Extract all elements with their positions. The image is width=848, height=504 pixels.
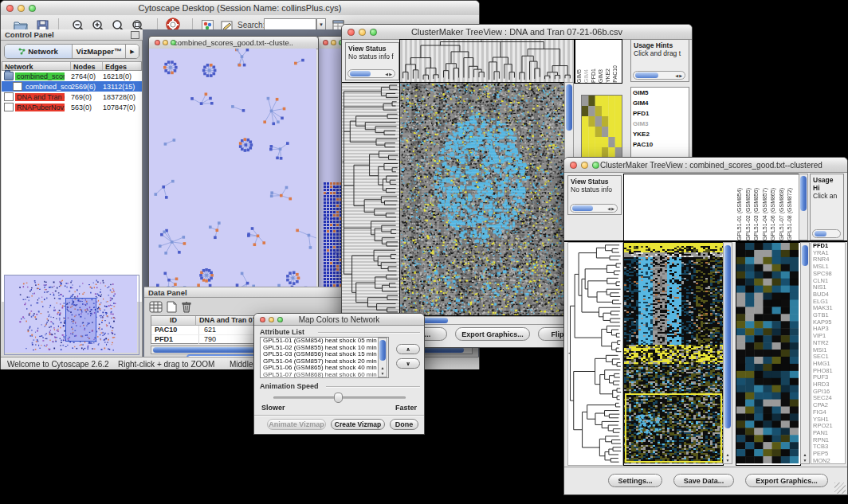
tv1-row-label[interactable]: PAC10 xyxy=(631,139,689,150)
attr-value: 621 xyxy=(199,326,216,334)
network-overview-thumbnail[interactable] xyxy=(4,275,139,355)
col-network[interactable]: Network xyxy=(2,62,71,70)
minimize-button[interactable] xyxy=(269,317,274,322)
tv2-zoom-vscrollbar[interactable]: ▲▼ xyxy=(800,242,810,464)
tv2-button-export-graphics[interactable]: Export Graphics... xyxy=(745,474,828,487)
tv2-column-label[interactable]: GPL51-07 (GSM868) xyxy=(778,188,787,240)
minimize-button[interactable] xyxy=(359,29,366,36)
tv2-column-label[interactable]: GPL51-06 (GSM865) xyxy=(769,188,778,240)
tv2-column-label[interactable]: GPL51-01 (GSM854) xyxy=(736,188,744,240)
close-button[interactable] xyxy=(347,29,355,36)
tab-network[interactable]: Network xyxy=(5,45,73,58)
main-titlebar[interactable]: Cytoscape Desktop (Session Name: collins… xyxy=(1,1,479,16)
treeview1-titlebar[interactable]: ClusterMaker TreeView : DNA and Tran 07-… xyxy=(342,25,692,40)
move-up-button[interactable]: ∧ xyxy=(396,344,420,354)
tv1-status-scrollbar[interactable]: ◀▶ xyxy=(347,69,395,78)
network-canvas[interactable] xyxy=(149,49,316,291)
zoom-button[interactable] xyxy=(592,162,599,169)
tv2-button-settings[interactable]: Settings... xyxy=(608,474,662,487)
tv2-button-save-data[interactable]: Save Data... xyxy=(673,474,734,487)
tv2-column-label[interactable]: GPL51-03 (GSM856) xyxy=(752,188,761,240)
col-nodes[interactable]: Nodes xyxy=(71,62,103,70)
tv1-column-label[interactable]: PAC10 xyxy=(611,65,618,83)
zoom-button[interactable] xyxy=(277,317,283,322)
tv1-column-label[interactable]: GIM5 xyxy=(575,69,583,83)
tv1-column-label[interactable]: GIM3 xyxy=(597,69,604,83)
attr-id: PAC10 xyxy=(151,326,199,334)
network-list: combined_scores2764(0)16218(0)combined_s… xyxy=(2,71,142,302)
float-panel-icon[interactable] xyxy=(131,31,139,39)
trash-icon[interactable] xyxy=(181,301,192,313)
tv1-global-heatmap[interactable] xyxy=(399,82,565,316)
tv1-column-label[interactable]: GIM4 xyxy=(583,69,590,83)
tv1-row-label[interactable]: GIM3 xyxy=(631,119,689,129)
tv1-hints-scrollbar[interactable]: ◀▶ xyxy=(633,71,685,80)
tv1-column-label[interactable]: YKE2 xyxy=(604,68,611,83)
tv1-zoom-heatmap[interactable] xyxy=(581,95,622,158)
minimize-button[interactable] xyxy=(163,40,168,45)
tv1-row-label[interactable]: GIM4 xyxy=(631,98,689,108)
zoom-button[interactable] xyxy=(29,5,36,12)
attribute-item[interactable]: GPL51-07 (GSM868) heat shock 60 min xyxy=(261,372,388,378)
tv1-button-export-graphics[interactable]: Export Graphics... xyxy=(455,327,530,341)
done-button[interactable]: Done xyxy=(390,419,418,430)
control-panel-title: Control Panel xyxy=(5,30,54,39)
tv2-global-heatmap[interactable] xyxy=(623,242,724,466)
zoom-button[interactable] xyxy=(171,40,176,45)
tv1-row-label[interactable]: PFD1 xyxy=(631,108,689,119)
network-list-row[interactable]: DNA and Tran 07769(0)183728(0) xyxy=(2,92,142,102)
tv2-row-dendrogram[interactable] xyxy=(567,242,623,466)
desktop: Cytoscape Desktop (Session Name: collins… xyxy=(0,0,848,504)
document-icon xyxy=(13,82,22,91)
attr-col-id[interactable]: ID xyxy=(151,316,196,325)
network-name: RNAPuberNov2+ xyxy=(15,104,65,111)
zoom-button[interactable] xyxy=(370,29,377,36)
network-table-header: Network Nodes Edges xyxy=(2,61,142,71)
create-vizmap-button[interactable]: Create Vizmap xyxy=(331,419,385,430)
new-document-icon[interactable] xyxy=(167,301,177,313)
tv2-hints-scrollbar[interactable] xyxy=(812,229,841,238)
minimize-button[interactable] xyxy=(18,5,25,12)
tv1-row-dendrogram[interactable] xyxy=(342,82,399,315)
tv2-status-scrollbar[interactable]: ◀▶ xyxy=(570,204,618,213)
dialog-titlebar[interactable]: Map Colors to Network xyxy=(254,314,424,326)
tv2-collabel-vscrollbar[interactable] xyxy=(799,174,808,240)
tab-overflow-arrow[interactable]: ▶ xyxy=(126,45,139,58)
slider-thumb[interactable] xyxy=(334,393,343,403)
close-button[interactable] xyxy=(6,5,14,12)
tv1-row-label[interactable]: YKE2 xyxy=(631,129,689,139)
network-window-titlebar[interactable]: combined_scores_good.txt--cluste... xyxy=(149,37,318,49)
network-list-row[interactable]: combined_sco2569(6)13112(15) xyxy=(2,81,142,92)
tv2-column-label[interactable]: GPL51-08 (GSM872) xyxy=(786,188,795,240)
network-nodes: 2569(6) xyxy=(71,83,96,91)
col-edges[interactable]: Edges xyxy=(103,62,141,70)
group-rule xyxy=(326,386,420,387)
tv1-column-dendrogram[interactable] xyxy=(399,39,575,84)
tv2-row-label[interactable]: MON2 xyxy=(811,458,845,464)
tv2-heatmap-vscrollbar[interactable]: ▲▼ xyxy=(723,242,732,464)
tv2-column-dendrogram[interactable] xyxy=(623,174,736,241)
network-nodes: 2764(0) xyxy=(71,72,96,80)
close-button[interactable] xyxy=(155,40,160,45)
tv1-row-label[interactable]: GIM5 xyxy=(631,88,689,98)
tv2-zoom-heatmap[interactable] xyxy=(736,242,801,466)
treeview2-titlebar[interactable]: ClusterMaker TreeView : combined_scores_… xyxy=(564,158,847,173)
minimize-button[interactable] xyxy=(331,40,336,45)
attribute-list[interactable]: GPL51-01 (GSM854) heat shock 05 minGPL51… xyxy=(260,337,389,378)
spreadsheet-icon[interactable] xyxy=(149,301,163,313)
close-button[interactable] xyxy=(570,162,577,169)
tv2-column-label[interactable]: GPL51-02 (GSM855) xyxy=(744,188,753,240)
move-down-button[interactable]: ∨ xyxy=(396,358,420,369)
minimize-button[interactable] xyxy=(581,162,588,169)
close-button[interactable] xyxy=(323,40,328,45)
tv2-column-label[interactable]: GPL51-04 (GSM857) xyxy=(761,188,770,240)
network-list-row[interactable]: combined_scores2764(0)16218(0) xyxy=(2,71,142,81)
network-list-row[interactable]: RNAPuberNov2+563(0)107847(0) xyxy=(2,102,142,112)
animate-vizmap-button[interactable]: Animate Vizmap xyxy=(267,419,326,430)
tv1-column-label[interactable]: PFD1 xyxy=(590,68,597,83)
resize-grip[interactable] xyxy=(834,483,846,494)
tab-vizmapper[interactable]: VizMapper™ xyxy=(73,45,126,58)
network-view-window: combined_scores_good.txt--cluste... xyxy=(148,36,319,294)
attribute-list-scrollbar[interactable]: ▲▼ xyxy=(378,338,387,377)
close-button[interactable] xyxy=(260,317,265,322)
